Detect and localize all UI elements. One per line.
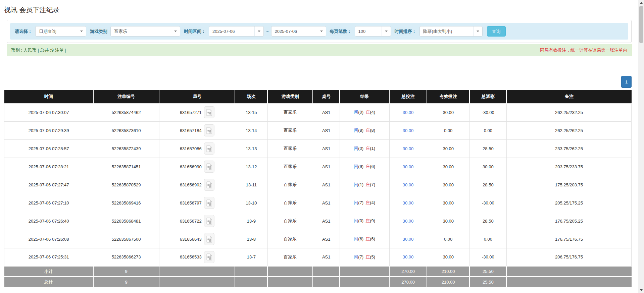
- player-result-score: (0): [358, 218, 363, 223]
- cell-total-bet: 30.00: [389, 230, 427, 248]
- total-bet-link[interactable]: 30.00: [403, 219, 414, 224]
- cell-session: 13-10: [235, 194, 267, 212]
- column-header-1: 注单编号: [93, 90, 159, 103]
- total-bet-link[interactable]: 30.00: [403, 182, 414, 187]
- select-type-label: 请选择：: [15, 28, 32, 35]
- video-replay-button[interactable]: [204, 161, 214, 173]
- cell-table-no: AS1: [313, 194, 340, 212]
- cell-valid-bet: 0.00: [427, 230, 469, 248]
- cell-table-no: AS1: [313, 139, 340, 158]
- chevron-down-icon[interactable]: [473, 26, 482, 36]
- cell-round: 631656990: [159, 158, 235, 176]
- page-1-button[interactable]: 1: [621, 76, 632, 88]
- time-sort-select[interactable]: 降幂(由大到小): [419, 26, 483, 37]
- scrollbar-track[interactable]: [638, 0, 644, 293]
- total-bet-link[interactable]: 30.00: [403, 254, 414, 259]
- column-header-8: 有效投注: [427, 90, 469, 103]
- player-result-score: (7): [358, 254, 363, 259]
- player-result-label: 闲: [354, 200, 358, 205]
- cell-time: 2025-07-06 07:27:47: [4, 176, 93, 194]
- summary-payout: 25.50: [469, 277, 506, 287]
- total-bet-link[interactable]: 30.00: [403, 128, 414, 133]
- column-header-2: 局号: [159, 90, 235, 103]
- query-button[interactable]: 查询: [487, 26, 506, 37]
- cell-round: 631656902: [159, 176, 235, 194]
- chevron-down-icon[interactable]: [317, 26, 326, 36]
- video-replay-button[interactable]: [204, 179, 214, 191]
- cell-time: 2025-07-06 07:26:40: [4, 212, 93, 230]
- scrollbar-thumb[interactable]: [639, 6, 643, 43]
- banker-result-label: 庄: [365, 110, 370, 115]
- total-bet-link[interactable]: 30.00: [403, 164, 414, 169]
- cell-round: 631657184: [159, 121, 235, 139]
- video-replay-button[interactable]: [204, 233, 214, 245]
- column-header-4: 游戏类别: [267, 90, 313, 103]
- scroll-down-button[interactable]: [638, 287, 644, 293]
- cell-total-bet: 30.00: [389, 176, 427, 194]
- per-page-select[interactable]: 100: [355, 26, 391, 37]
- cell-round: 631656797: [159, 194, 235, 212]
- scroll-up-button[interactable]: [638, 0, 644, 6]
- chevron-down-icon[interactable]: [254, 26, 263, 36]
- query-type-select[interactable]: 日期查询: [35, 26, 86, 37]
- summary-count: 9: [93, 266, 159, 277]
- total-bet-link[interactable]: 30.00: [403, 146, 414, 151]
- total-bet-link[interactable]: 30.00: [403, 110, 414, 115]
- cell-remark: 205.25/175.25: [506, 194, 631, 212]
- arrow-up-icon: [640, 2, 643, 4]
- table-row: 2025-07-06 07:30:07 522635874462 6316572…: [4, 103, 632, 121]
- per-page-label: 每页笔数：: [330, 28, 352, 35]
- video-replay-icon: [206, 218, 212, 225]
- cell-remark: 203.75/233.75: [506, 158, 631, 176]
- chevron-down-icon[interactable]: [171, 26, 180, 36]
- valid-bet-notice-text: 同局有效投注，统一计算在该局第一张注单内: [540, 47, 627, 53]
- cell-payout: -30.00: [469, 103, 506, 121]
- banker-result-score: (8): [370, 128, 375, 133]
- round-id: 631657086: [180, 146, 202, 151]
- chevron-down-icon[interactable]: [382, 26, 391, 36]
- cell-payout: 28.50: [469, 139, 506, 158]
- cell-game-type: 百家乐: [267, 248, 313, 266]
- cell-game-type: 百家乐: [267, 176, 313, 194]
- page-title: 视讯 会员下注纪录: [4, 5, 632, 14]
- video-replay-button[interactable]: [204, 106, 214, 118]
- game-type-select[interactable]: 百家乐: [110, 26, 180, 37]
- banker-result-score: (4): [370, 200, 375, 205]
- cell-game-type: 百家乐: [267, 212, 313, 230]
- cell-game-type: 百家乐: [267, 103, 313, 121]
- video-replay-button[interactable]: [204, 251, 214, 263]
- cell-round: 631656533: [159, 248, 235, 266]
- video-replay-icon: [206, 127, 212, 134]
- summary-label: 总计: [4, 277, 93, 287]
- date-from-select[interactable]: 2025-07-06: [209, 26, 264, 37]
- video-replay-button[interactable]: [204, 124, 214, 136]
- table-header-row: 时间注单编号局号场次游戏类别桌号结果总投注有效投注总派彩备注: [4, 90, 632, 103]
- banker-result-score: (6): [370, 164, 375, 169]
- cell-round: 631657086: [159, 139, 235, 158]
- banker-result-label: 庄: [365, 146, 370, 151]
- player-result-label: 闲: [354, 218, 358, 223]
- table-row: 2025-07-06 07:26:08 522635867500 6316566…: [4, 230, 632, 248]
- total-bet-link[interactable]: 30.00: [403, 237, 414, 242]
- cell-result: 闲(7)庄(4): [340, 194, 389, 212]
- summary-row: 总计 9 270.00 210.00 25.50: [4, 277, 632, 287]
- cell-bet-id: 522635870529: [93, 176, 159, 194]
- banker-result-label: 庄: [365, 200, 370, 205]
- cell-time: 2025-07-06 07:27:10: [4, 194, 93, 212]
- video-replay-button[interactable]: [204, 142, 214, 155]
- video-replay-button[interactable]: [204, 197, 214, 209]
- cell-payout: 28.50: [469, 212, 506, 230]
- chevron-down-icon[interactable]: [77, 26, 86, 36]
- cell-result: 闲(6)庄(6): [340, 230, 389, 248]
- banker-result-label: 庄: [365, 164, 370, 169]
- cell-remark: 176.75/205.25: [506, 212, 631, 230]
- total-bet-link[interactable]: 30.00: [403, 200, 414, 206]
- cell-valid-bet: 30.00: [427, 139, 469, 158]
- table-row: 2025-07-06 07:27:47 522635870529 6316569…: [4, 176, 632, 194]
- date-to-select[interactable]: 2025-07-06: [271, 26, 326, 37]
- cell-remark: 233.75/262.25: [506, 139, 631, 158]
- table-row: 2025-07-06 07:28:21 522635871451 6316569…: [4, 158, 632, 176]
- video-replay-button[interactable]: [204, 215, 214, 227]
- player-result-label: 闲: [354, 164, 358, 169]
- cell-table-no: AS1: [313, 103, 340, 121]
